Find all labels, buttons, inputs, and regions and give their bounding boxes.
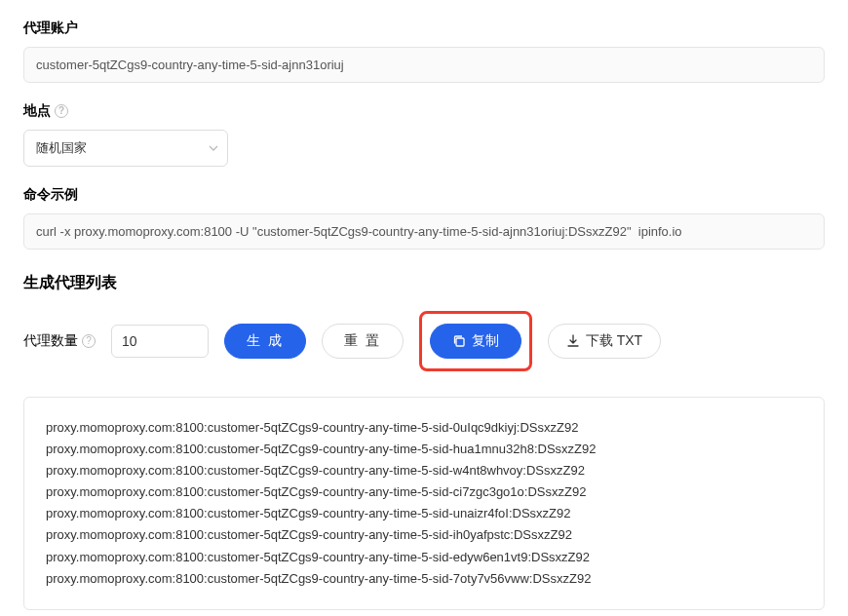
copy-icon: [452, 334, 466, 348]
proxy-line: proxy.momoproxy.com:8100:customer-5qtZCg…: [46, 568, 802, 590]
location-select[interactable]: 随机国家: [23, 130, 228, 167]
download-icon: [566, 334, 580, 348]
copy-button-label: 复制: [472, 332, 499, 350]
command-example-section: 命令示例: [23, 186, 825, 250]
proxy-line: proxy.momoproxy.com:8100:customer-5qtZCg…: [46, 524, 802, 546]
generate-button[interactable]: 生 成: [224, 324, 306, 359]
proxy-line: proxy.momoproxy.com:8100:customer-5qtZCg…: [46, 439, 802, 460]
proxy-qty-label: 代理数量 ?: [23, 332, 96, 350]
location-label: 地点 ?: [23, 102, 825, 120]
proxy-line: proxy.momoproxy.com:8100:customer-5qtZCg…: [46, 460, 802, 481]
proxy-line: proxy.momoproxy.com:8100:customer-5qtZCg…: [46, 503, 802, 524]
command-example-label: 命令示例: [23, 186, 825, 204]
proxy-account-label: 代理账户: [23, 19, 825, 37]
proxy-line: proxy.momoproxy.com:8100:customer-5qtZCg…: [46, 547, 802, 568]
help-icon[interactable]: ?: [55, 104, 68, 118]
command-example-input[interactable]: [23, 213, 825, 250]
proxy-account-input[interactable]: [23, 47, 825, 83]
action-row: 代理数量 ? 生 成 重 置 复制 下载 TXT: [23, 311, 825, 371]
copy-button[interactable]: 复制: [430, 324, 521, 359]
download-txt-button[interactable]: 下载 TXT: [548, 324, 661, 359]
location-select-value: 随机国家: [23, 130, 228, 167]
svg-rect-0: [456, 338, 464, 346]
proxy-qty-input[interactable]: [111, 325, 209, 358]
proxy-account-section: 代理账户: [23, 19, 825, 83]
proxy-list-output[interactable]: proxy.momoproxy.com:8100:customer-5qtZCg…: [23, 397, 825, 610]
proxy-qty-label-text: 代理数量: [23, 332, 78, 350]
location-section: 地点 ? 随机国家: [23, 102, 825, 167]
download-button-label: 下载 TXT: [586, 332, 642, 350]
proxy-list-title: 生成代理列表: [23, 273, 825, 293]
proxy-line: proxy.momoproxy.com:8100:customer-5qtZCg…: [46, 417, 802, 439]
location-label-text: 地点: [23, 102, 51, 120]
help-icon[interactable]: ?: [82, 334, 96, 348]
copy-highlight: 复制: [419, 311, 532, 371]
reset-button[interactable]: 重 置: [322, 324, 404, 359]
proxy-line: proxy.momoproxy.com:8100:customer-5qtZCg…: [46, 481, 802, 503]
